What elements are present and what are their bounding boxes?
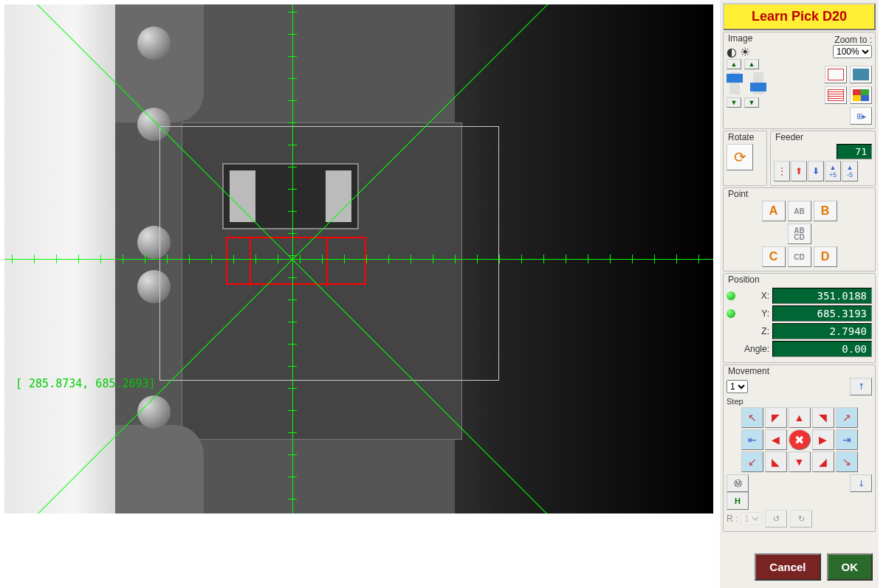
contrast-icon: ◐ [727,45,737,59]
jog-bottom-button[interactable]: ⤓ [850,474,872,492]
step-label: Step [727,397,872,406]
brightness-down-button[interactable] [744,97,759,108]
step-e-far-button[interactable]: ⇥ [836,429,858,450]
rotate-label: Rotate [727,132,755,142]
ruler-horizontal [4,255,713,263]
part-arm-top [115,4,204,122]
step-ne-button[interactable]: ◥ [812,407,834,428]
step-se-button[interactable]: ◢ [812,452,834,472]
point-label: Point [727,189,749,199]
camera-viewport[interactable]: [ 285.8734, 685.2693] [4,4,713,513]
position-axis-label: Z: [738,326,769,336]
feeder-menu-button[interactable]: ⋮ [774,161,790,181]
movement-label: Movement [727,366,771,376]
position-row: Z:2.7940 [727,323,872,339]
viewport-container: [ 285.8734, 685.2693] [0,0,720,553]
jog-top-button[interactable]: ⤒ [850,378,872,395]
step-e-button[interactable]: ▶ [812,429,834,450]
point-a-button[interactable]: A [762,201,786,221]
position-axis-label: Angle: [738,344,769,354]
led-icon [727,291,735,300]
view-layers-button[interactable]: ⊞▸ [850,107,872,125]
position-value: 0.00 [772,341,872,357]
brightness-up-button[interactable] [744,59,759,69]
feeder-group: Feeder 71 ⋮ ⬆ ⬇ ▲+5 ▲-5 [770,131,876,186]
screw-icon [137,27,171,60]
view-board-button[interactable] [825,86,847,104]
image-label: Image [727,33,754,44]
position-axis-label: X: [738,291,769,301]
step-n-button[interactable]: ▲ [789,407,811,428]
r-cw-button: ↻ [790,510,812,528]
rotate-button[interactable]: ⟳ [727,144,753,170]
step-stop-button[interactable]: ✖ [789,429,811,450]
position-label: Position [727,274,761,285]
step-nw-button[interactable]: ◤ [765,407,787,428]
point-b-button[interactable]: B [814,201,837,221]
led-icon [727,309,735,318]
position-group: Position X:351.0188Y:685.3193Z:2.7940Ang… [723,273,876,363]
feeder-plus5-button[interactable]: ▲+5 [825,161,841,181]
r-select: 1 [741,512,762,525]
r-ccw-button: ↺ [765,510,787,528]
point-c-button[interactable]: C [762,246,786,267]
position-value: 685.3193 [772,305,872,322]
zoom-select[interactable]: 50%75%100%150%200% [833,45,872,58]
point-cd-button[interactable]: CD [788,246,811,267]
feeder-minus5-button[interactable]: ▲-5 [842,161,858,181]
point-d-button[interactable]: D [814,246,837,267]
position-row: Y:685.3193 [727,305,872,322]
position-value: 351.0188 [772,288,872,304]
contrast-up-button[interactable] [727,59,741,69]
step-s-button[interactable]: ▼ [789,452,811,472]
step-se-far-button[interactable]: ↘ [836,452,858,472]
point-ab-button[interactable]: AB [788,201,811,221]
movement-dpad: ↖ ◤ ▲ ◥ ↗ ⇤ ◀ ✖ ▶ ⇥ ↙ ◣ ▼ ◢ ↘ [727,407,872,472]
step-sw-button[interactable]: ◣ [765,452,787,472]
feeder-label: Feeder [774,132,805,142]
home-button[interactable]: H [727,492,749,510]
point-group: Point A AB B AB CD C CD D [723,187,876,271]
part-arm-bottom [115,425,204,513]
image-group: Image ◐ ☀ Zoom to : [723,32,876,129]
position-value: 2.7940 [772,323,872,339]
ok-button[interactable]: OK [827,553,873,581]
speed-select[interactable]: 12345 [727,380,748,393]
position-axis-label: Y: [738,308,769,319]
feeder-value: 71 [837,144,872,159]
step-w-button[interactable]: ◀ [765,429,787,450]
step-sw-far-button[interactable]: ↙ [741,452,763,472]
rotate-group: Rotate ⟳ [723,131,767,186]
position-row: X:351.0188 [727,288,872,304]
view-palette-button[interactable] [850,86,872,104]
mark-button[interactable]: Ⓜ [727,474,749,492]
feeder-up-button[interactable]: ⬆ [791,161,807,181]
brightness-icon: ☀ [740,45,750,59]
cursor-coordinates: [ 285.8734, 685.2693] [16,377,156,390]
movement-group: Movement 12345 ⤒ Step ↖ ◤ ▲ ◥ ↗ ⇤ ◀ ✖ ▶ … [723,364,876,532]
ruler-vertical [288,4,297,513]
panel-title: Learn Pick D20 [723,3,876,30]
contrast-slider[interactable] [729,72,740,94]
feeder-down-button[interactable]: ⬇ [808,161,824,181]
step-nw-far-button[interactable]: ↖ [741,407,763,428]
cancel-button[interactable]: Cancel [755,553,820,581]
screw-icon [137,395,171,429]
step-ne-far-button[interactable]: ↗ [836,407,858,428]
zoom-label: Zoom to : [825,35,872,45]
r-label: R : [727,513,738,524]
control-panel: Learn Pick D20 Image ◐ ☀ [720,0,879,588]
view-grid-button[interactable] [850,66,872,83]
point-abcd-button[interactable]: AB CD [788,224,811,244]
view-ic-button[interactable] [825,66,847,83]
step-w-far-button[interactable]: ⇤ [741,429,763,450]
contrast-down-button[interactable] [727,97,741,108]
brightness-slider[interactable] [753,72,763,94]
position-row: Angle:0.00 [727,341,872,357]
